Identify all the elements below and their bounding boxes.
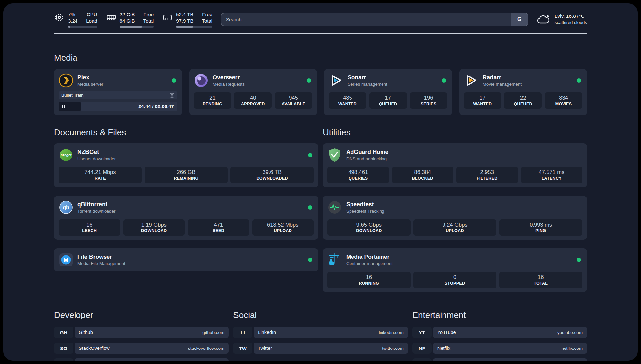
section-title-documents: Documents & Files: [54, 127, 318, 137]
link-netflix[interactable]: NF Netflix netflix.com: [412, 343, 587, 354]
memory-free-label: Free: [143, 11, 154, 18]
stat-downloaded: 39.6 TB DOWNLOADED: [230, 167, 314, 183]
radarr-icon: [464, 73, 478, 88]
link-reddit[interactable]: RE Reddit reddit.com: [412, 358, 587, 361]
nzbget-icon: nzbget: [59, 148, 73, 162]
app-card-qbittorrent[interactable]: qb qBittorrent Torrent downloader 16 LEE…: [54, 196, 318, 240]
stat-leech: 16 LEECH: [59, 219, 120, 236]
hard-drive-icon: [162, 12, 173, 23]
stat-seed: 471 SEED: [188, 219, 249, 236]
link-url: linkedin.com: [379, 330, 404, 335]
stat-available: 945 AVAILABLE: [275, 92, 312, 109]
app-subtitle: Speedtest Tracking: [346, 208, 582, 214]
status-badge: [577, 78, 581, 83]
cpu-stat: 7% 3.24 CPU Load: [54, 11, 97, 28]
search-bar: G: [221, 13, 528, 26]
app-name: Overseerr: [213, 74, 303, 81]
link-code: YT: [412, 327, 432, 338]
link-url: netflix.com: [561, 346, 583, 351]
app-card-overseerr[interactable]: Overseerr Media Requests 21 PENDING 40 A…: [189, 69, 317, 115]
now-playing-row: Bullet Train: [59, 91, 177, 99]
storage-progress-bar: [176, 26, 212, 28]
app-card-adguard[interactable]: AdGuard Home DNS and adblocking 498,461 …: [323, 143, 587, 187]
app-card-filebrowser[interactable]: File Browser Media File Management: [54, 248, 318, 271]
link-url: github.com: [202, 330, 224, 335]
section-title-media: Media: [54, 53, 587, 63]
status-badge: [308, 205, 312, 210]
link-twitter[interactable]: TW Twitter twitter.com: [233, 343, 408, 354]
app-subtitle: Series management: [348, 81, 438, 87]
session-view-icon[interactable]: [169, 93, 175, 98]
storage-free-value: 52.4 TB: [176, 11, 193, 18]
stat-approved: 40 APPROVED: [234, 92, 272, 109]
link-name: Netflix: [437, 346, 450, 351]
search-input[interactable]: [221, 13, 511, 26]
stat-queued: 17 QUEUED: [369, 92, 407, 109]
app-card-speedtest[interactable]: Speedtest Speedtest Tracking 9.65 Gbps D…: [323, 196, 587, 240]
cpu-label: CPU: [86, 11, 97, 18]
ram-icon: [106, 12, 116, 23]
dashboard-panel: 7% 3.24 CPU Load: [3, 3, 638, 361]
stat-blocked: 86,384 BLOCKED: [392, 167, 454, 183]
app-card-radarr[interactable]: Radarr Movie management 17 WANTED 22 QUE…: [459, 69, 587, 115]
app-card-nzbget[interactable]: nzbget NZBGet Usenet downloader 744.21 M…: [54, 143, 318, 187]
stat-wanted: 17 WANTED: [464, 92, 502, 109]
link-stackoverflow[interactable]: SO StackOverflow stackoverflow.com: [54, 343, 229, 354]
link-youtube[interactable]: YT YouTube youtube.com: [412, 327, 587, 338]
header-divider: [54, 33, 587, 34]
stat-queued: 22 QUEUED: [504, 92, 542, 109]
link-dev[interactable]: DT DEV dev.to: [54, 358, 229, 361]
svg-text:nzbget: nzbget: [61, 153, 72, 157]
link-github[interactable]: GH Github github.com: [54, 327, 229, 338]
stat-download: 9.65 Gbps DOWNLOAD: [327, 219, 411, 236]
stat-download: 1.19 Gbps DOWNLOAD: [123, 219, 185, 236]
app-subtitle: Media File Management: [77, 261, 304, 267]
cpu-usage-value: 7%: [68, 11, 77, 18]
storage-stat: 52.4 TB 97.9 TB Free Total: [162, 11, 212, 28]
app-name: Speedtest: [346, 201, 582, 208]
storage-free-label: Free: [202, 11, 212, 18]
section-title-social: Social: [233, 310, 408, 320]
app-name: File Browser: [77, 253, 304, 261]
stat-filtered: 2,953 FILTERED: [456, 167, 518, 183]
app-card-sonarr[interactable]: Sonarr Series management 485 WANTED 17 Q…: [324, 69, 452, 115]
stat-remaining: 266 GB REMAINING: [145, 167, 228, 183]
status-badge: [577, 258, 581, 262]
section-title-utilities: Utilities: [323, 127, 587, 137]
plex-icon: [59, 73, 73, 88]
app-name: Sonarr: [348, 74, 438, 81]
media-player-bar[interactable]: 24:44 / 02:06:47: [59, 102, 177, 111]
app-card-portainer[interactable]: Media Portainer Container management 16 …: [323, 248, 587, 292]
memory-stat: 22 GiB 64 GiB Free Total: [106, 11, 154, 28]
app-subtitle: Movie management: [483, 81, 573, 87]
link-name: Github: [79, 330, 93, 335]
link-name: LinkedIn: [258, 330, 276, 335]
search-engine-button[interactable]: G: [511, 13, 528, 26]
app-subtitle: Torrent downloader: [77, 208, 304, 214]
stat-pending: 21 PENDING: [194, 92, 231, 109]
link-url: youtube.com: [557, 330, 583, 335]
speedtest-icon: [327, 200, 342, 215]
qbittorrent-icon: qb: [59, 200, 73, 215]
app-name: NZBGet: [77, 148, 304, 156]
status-badge: [307, 78, 311, 83]
status-badge: [308, 153, 312, 157]
cloud-icon: [537, 14, 551, 25]
section-title-entertainment: Entertainment: [412, 310, 587, 320]
adguard-icon: [327, 148, 342, 162]
app-card-plex[interactable]: Plex Media server Bullet Train 24:44 / 0…: [54, 69, 182, 115]
link-name: StackOverflow: [79, 346, 109, 351]
app-name: qBittorrent: [77, 201, 304, 208]
stat-running: 16 RUNNING: [327, 272, 411, 288]
status-badge: [308, 258, 312, 262]
app-name: Radarr: [483, 74, 573, 81]
app-name: Plex: [77, 74, 168, 81]
stat-series: 196 SERIES: [410, 92, 447, 109]
link-linkedin[interactable]: LI LinkedIn linkedin.com: [233, 327, 408, 338]
link-code: TW: [233, 343, 252, 354]
weather-condition: scattered clouds: [555, 20, 587, 26]
link-code: NF: [412, 343, 432, 354]
link-code: SO: [54, 343, 73, 354]
storage-total-label: Total: [202, 18, 212, 24]
pause-icon[interactable]: [62, 105, 65, 108]
